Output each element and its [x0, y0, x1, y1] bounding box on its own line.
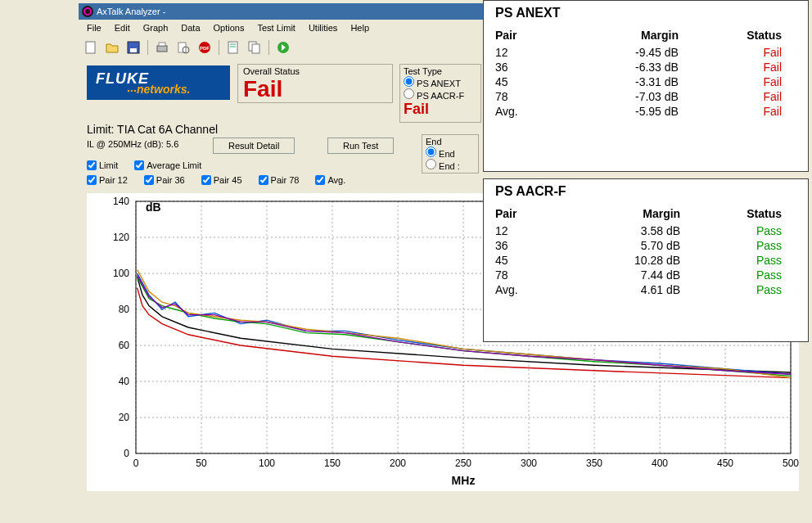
- go-icon[interactable]: [276, 40, 291, 55]
- svg-text:400: 400: [652, 458, 668, 469]
- save-disk-icon[interactable]: [126, 40, 141, 55]
- check-pair45[interactable]: Pair 45: [201, 175, 242, 185]
- panel-ps-aacr-f: PS AACR-F Pair Margin Status 123.58 dBPa…: [483, 178, 809, 342]
- window-title: AxTalk Analyzer -: [97, 7, 165, 16]
- menu-file[interactable]: File: [82, 21, 106, 34]
- run-test-button[interactable]: Run Test: [327, 138, 394, 154]
- radio-ps-anext[interactable]: PS ANEXT: [404, 76, 477, 88]
- overall-status-value: Fail: [243, 76, 387, 102]
- end-group: End End End :: [422, 134, 479, 174]
- end-label: End: [426, 137, 475, 147]
- svg-point-17: [127, 90, 129, 92]
- th-status: Status: [693, 27, 796, 45]
- svg-rect-5: [178, 43, 186, 52]
- print-preview-icon[interactable]: [176, 40, 191, 55]
- svg-text:PDF: PDF: [200, 46, 210, 51]
- svg-text:150: 150: [324, 458, 341, 469]
- svg-text:200: 200: [390, 458, 406, 469]
- svg-text:60: 60: [119, 340, 130, 351]
- checkbox-row-2: Pair 12 Pair 36 Pair 45 Pair 78 Avg.: [87, 175, 345, 185]
- check-limit[interactable]: Limit: [87, 160, 118, 170]
- check-pair36[interactable]: Pair 36: [144, 175, 185, 185]
- test-type-label: Test Type: [404, 66, 477, 76]
- svg-text:120: 120: [113, 232, 129, 243]
- test-type-status: Fail: [404, 101, 477, 118]
- svg-text:350: 350: [586, 458, 602, 469]
- svg-text:100: 100: [259, 458, 275, 469]
- table-row: 36-6.33 dBFail: [495, 60, 796, 74]
- svg-text:20: 20: [119, 412, 130, 423]
- svg-text:50: 50: [196, 458, 207, 469]
- limit-text: Limit: TIA Cat 6A Channel: [87, 123, 218, 136]
- svg-text:250: 250: [455, 458, 471, 469]
- new-file-icon[interactable]: [83, 40, 98, 55]
- table-row: 4510.28 dBPass: [495, 253, 796, 268]
- menu-graph[interactable]: Graph: [138, 21, 174, 34]
- menu-help[interactable]: Help: [345, 21, 374, 34]
- result-detail-button[interactable]: Result Detail: [213, 138, 295, 154]
- app-icon: [82, 6, 93, 17]
- svg-rect-13: [252, 44, 259, 53]
- menu-edit[interactable]: Edit: [110, 21, 135, 34]
- print-icon[interactable]: [155, 40, 169, 55]
- svg-rect-3: [157, 46, 167, 52]
- th-pair: Pair: [495, 27, 573, 45]
- test-type-group: Test Type PS ANEXT PS AACR-F Fail: [399, 64, 481, 123]
- menu-data[interactable]: Data: [176, 21, 205, 34]
- table-row: 78-7.03 dBFail: [495, 89, 796, 104]
- overall-status-label: Overall Status: [243, 66, 387, 76]
- menu-utilities[interactable]: Utilities: [304, 21, 342, 34]
- check-pair12[interactable]: Pair 12: [87, 175, 128, 185]
- svg-text:0: 0: [124, 448, 129, 459]
- table-row: Avg.-5.95 dBFail: [495, 104, 796, 119]
- svg-text:80: 80: [119, 304, 130, 315]
- fluke-logo: FLUKE networks.: [87, 65, 230, 100]
- svg-text:140: 140: [113, 196, 129, 207]
- svg-rect-4: [159, 43, 165, 46]
- panel1-title: PS ANEXT: [495, 6, 796, 20]
- table-row: 123.58 dBPass: [495, 223, 796, 238]
- svg-text:dB: dB: [146, 201, 161, 214]
- doc-prop-icon[interactable]: [226, 40, 241, 55]
- panel1-table: Pair Margin Status 12-9.45 dBFail36-6.33…: [495, 27, 796, 119]
- open-folder-icon[interactable]: [105, 40, 120, 55]
- svg-rect-9: [228, 42, 237, 53]
- th-pair: Pair: [495, 205, 571, 223]
- svg-text:300: 300: [521, 458, 537, 469]
- th-margin: Margin: [571, 205, 695, 223]
- svg-point-18: [130, 90, 132, 92]
- panel-ps-anext: PS ANEXT Pair Margin Status 12-9.45 dBFa…: [483, 0, 809, 172]
- checkbox-row-1: Limit Average Limit: [87, 160, 201, 170]
- check-pair78[interactable]: Pair 78: [259, 175, 300, 185]
- il-text: IL @ 250MHz (dB): 5.6: [87, 139, 178, 149]
- check-avg[interactable]: Avg.: [315, 175, 345, 185]
- table-row: 45-3.31 dBFail: [495, 74, 796, 89]
- svg-text:500: 500: [783, 458, 799, 469]
- check-avg-limit[interactable]: Average Limit: [134, 160, 201, 170]
- radio-end2[interactable]: End :: [426, 159, 475, 171]
- radio-end1[interactable]: End: [426, 147, 475, 159]
- svg-text:MHz: MHz: [452, 474, 476, 487]
- copy-icon[interactable]: [247, 40, 262, 55]
- table-row: 12-9.45 dBFail: [495, 45, 796, 60]
- svg-text:100: 100: [113, 268, 129, 279]
- svg-text:40: 40: [119, 376, 130, 387]
- panel2-title: PS AACR-F: [495, 184, 796, 199]
- pdf-icon[interactable]: PDF: [197, 40, 212, 55]
- table-row: Avg.4.61 dBPass: [495, 282, 796, 297]
- th-margin: Margin: [573, 27, 693, 45]
- panel2-table: Pair Margin Status 123.58 dBPass365.70 d…: [495, 205, 796, 297]
- svg-text:450: 450: [717, 458, 733, 469]
- menu-testlimit[interactable]: Test Limit: [252, 21, 300, 34]
- svg-text:0: 0: [133, 458, 139, 469]
- overall-status-group: Overall Status Fail: [237, 64, 393, 103]
- radio-ps-aacr-f[interactable]: PS AACR-F: [404, 88, 477, 101]
- svg-rect-2: [130, 48, 137, 52]
- menu-options[interactable]: Options: [209, 21, 250, 34]
- svg-rect-0: [86, 42, 95, 53]
- table-row: 365.70 dBPass: [495, 238, 796, 253]
- svg-text:networks.: networks.: [137, 83, 190, 96]
- table-row: 787.44 dBPass: [495, 268, 796, 282]
- svg-point-19: [133, 90, 135, 92]
- th-status: Status: [695, 205, 796, 223]
